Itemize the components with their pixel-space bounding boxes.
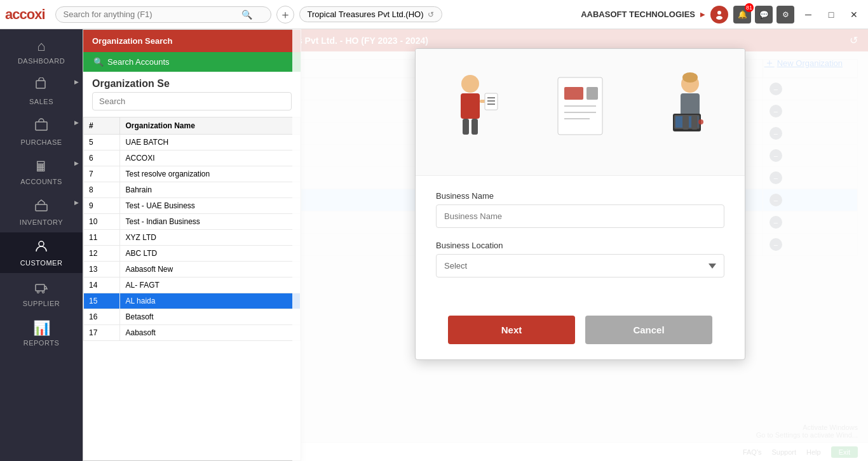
org-table-row[interactable]: 13 Aabasoft New [84, 262, 301, 277]
close-btn[interactable]: ✕ [845, 6, 863, 23]
svg-rect-4 [36, 204, 47, 211]
sidebar-item-sales[interactable]: SALES [0, 71, 83, 112]
org-search-title: Organization Se [92, 78, 170, 89]
svg-rect-20 [587, 87, 598, 100]
org-row-num: 11 [84, 230, 120, 246]
aabasoft-label: AABASOFT TECHNOLOGIES [581, 10, 695, 19]
org-row-num: 8 [84, 182, 120, 198]
svg-rect-17 [471, 119, 478, 135]
svg-point-25 [682, 72, 698, 83]
next-button[interactable]: Next [448, 316, 575, 344]
refresh-icon: ↺ [428, 10, 434, 19]
svg-point-7 [37, 291, 39, 293]
svg-rect-12 [485, 93, 498, 110]
sidebar: ⌂ DASHBOARD SALES ▶ PURCHASE ▶ 🖩 [0, 29, 83, 461]
new-org-dialog: Business Name Business Location Select N… [415, 48, 745, 360]
org-table-row[interactable]: 11 XYZ LTD [84, 230, 301, 246]
org-col-num: # [84, 117, 120, 135]
chat-btn[interactable]: 💬 [755, 6, 773, 23]
dialog-overlay: Business Name Business Location Select N… [292, 29, 868, 461]
org-row-name: ACCOXI [120, 150, 301, 166]
accounts-icon: 🖩 [34, 159, 48, 175]
sidebar-item-dashboard[interactable]: ⌂ DASHBOARD [0, 32, 83, 71]
app-logo: accoxi [5, 6, 45, 23]
dialog-illustration [416, 49, 745, 176]
sidebar-item-customer[interactable]: CUSTOMER [0, 232, 83, 273]
business-location-label: Business Location [436, 241, 724, 250]
org-table-row[interactable]: 10 Test - Indian Business [84, 214, 301, 230]
sidebar-item-reports[interactable]: 📊 REPORTS [0, 314, 83, 353]
org-search-header-text: Organization Search [92, 36, 172, 46]
org-row-num: 5 [84, 135, 120, 150]
org-table-container[interactable]: # Organization Name 5 UAE BATCH 6 ACCOXI… [83, 117, 301, 341]
org-row-name: Bahrain [120, 182, 301, 198]
dialog-body: Business Name Business Location Select [416, 176, 745, 305]
org-table-row[interactable]: 14 AL- FAGT [84, 277, 301, 293]
sidebar-item-accounts[interactable]: 🖩 ACCOUNTS [0, 152, 83, 192]
org-search-popup: Organization Search 🔍 Search Accounts Or… [83, 29, 301, 461]
add-button[interactable]: ＋ [276, 6, 294, 23]
topbar: accoxi 🔍 ＋ Tropical Treasures Pvt Ltd.(H… [0, 0, 868, 29]
org-row-name: UAE BATCH [120, 135, 301, 150]
org-table-row[interactable]: 17 Aabasoft [84, 325, 301, 341]
content-area: Tropical Treasures Pvt Ltd. - HO (FY 202… [83, 29, 868, 461]
dialog-footer: Next Cancel [416, 305, 745, 359]
org-table-row[interactable]: 12 ABC LTD [84, 246, 301, 262]
org-row-name: AL haida [120, 293, 301, 309]
org-table-row[interactable]: 15 AL haida [84, 293, 301, 309]
svg-rect-26 [681, 93, 700, 116]
org-row-name: Aabasoft New [120, 262, 301, 277]
org-row-name: AL- FAGT [120, 277, 301, 293]
company-name: Tropical Treasures Pvt Ltd.(HO) [308, 10, 424, 19]
org-row-name: ABC LTD [120, 246, 301, 262]
org-row-num: 9 [84, 198, 120, 214]
org-table-row[interactable]: 16 Betasoft [84, 309, 301, 325]
search-icon: 🔍 [241, 10, 252, 20]
org-table-row[interactable]: 7 Test resolve organization [84, 166, 301, 182]
svg-point-9 [461, 75, 479, 93]
org-row-num: 12 [84, 246, 120, 262]
inventory-icon [34, 198, 48, 216]
search-bar[interactable]: 🔍 [55, 6, 271, 23]
svg-rect-2 [36, 81, 45, 88]
business-location-group: Business Location Select [436, 241, 724, 277]
minimize-btn[interactable]: ─ [799, 6, 817, 23]
org-row-name: XYZ LTD [120, 230, 301, 246]
business-name-input[interactable] [436, 204, 724, 228]
company-pill[interactable]: Tropical Treasures Pvt Ltd.(HO) ↺ [299, 6, 442, 22]
svg-point-5 [39, 241, 44, 246]
org-col-name: Organization Name [120, 117, 301, 135]
reports-icon: 📊 [33, 320, 50, 337]
org-search-input-wrapper [92, 92, 292, 110]
sidebar-item-supplier[interactable]: SUPPLIER [0, 273, 83, 314]
svg-rect-16 [463, 119, 469, 135]
org-search-field[interactable] [92, 92, 292, 110]
org-search-header: Organization Search [83, 30, 301, 52]
org-row-name: Test - UAE Business [120, 198, 301, 214]
search-accounts-btn[interactable]: 🔍 Search Accounts [83, 52, 301, 72]
org-row-num: 16 [84, 309, 120, 325]
org-table-row[interactable]: 8 Bahrain [84, 182, 301, 198]
cancel-button[interactable]: Cancel [585, 316, 712, 344]
org-table-row[interactable]: 6 ACCOXI [84, 150, 301, 166]
search-input[interactable] [64, 10, 241, 19]
company-arrow-icon: ▶ [700, 11, 705, 18]
business-location-select[interactable]: Select [436, 254, 724, 277]
org-table-row[interactable]: 5 UAE BATCH [84, 135, 301, 150]
illustration-person2 [649, 68, 712, 157]
org-row-num: 14 [84, 277, 120, 293]
org-row-num: 6 [84, 150, 120, 166]
sidebar-item-inventory[interactable]: INVENTORY [0, 192, 83, 232]
svg-rect-32 [691, 116, 698, 130]
notification-btn[interactable]: 🔔81 [733, 6, 751, 23]
svg-point-1 [716, 16, 722, 20]
org-table-row[interactable]: 9 Test - UAE Business [84, 198, 301, 214]
svg-rect-31 [682, 116, 689, 130]
sidebar-item-purchase[interactable]: PURCHASE [0, 112, 83, 152]
search-accounts-icon: 🔍 [93, 57, 104, 67]
org-row-name: Test - Indian Business [120, 214, 301, 230]
maximize-btn[interactable]: □ [822, 6, 840, 23]
settings-btn[interactable]: ⚙ [776, 6, 794, 23]
svg-rect-10 [461, 93, 480, 119]
illustration-person1 [448, 68, 512, 157]
